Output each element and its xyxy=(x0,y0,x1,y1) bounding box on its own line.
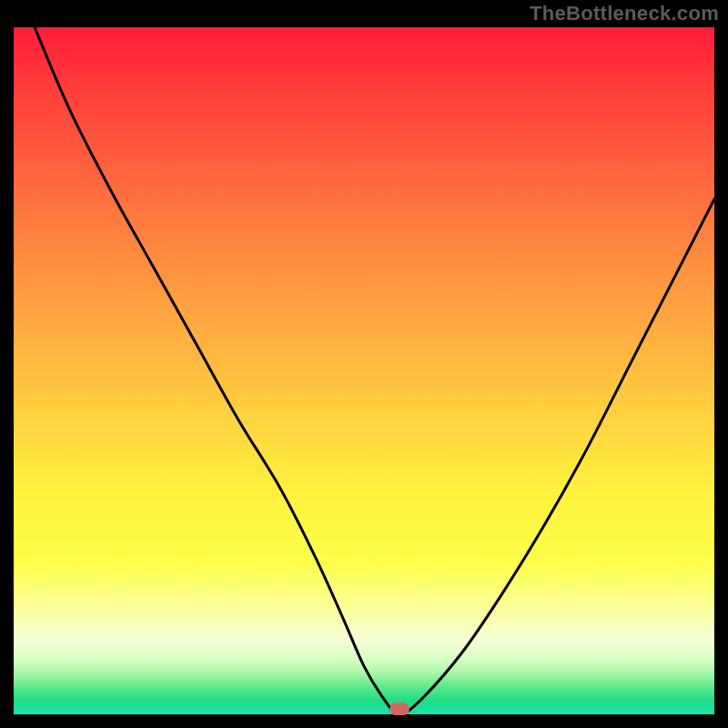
minimum-marker xyxy=(389,703,410,715)
chart-frame: TheBottleneck.com xyxy=(0,0,728,728)
plot-area xyxy=(14,27,714,714)
watermark-text: TheBottleneck.com xyxy=(530,2,719,25)
bottleneck-curve xyxy=(14,27,714,714)
